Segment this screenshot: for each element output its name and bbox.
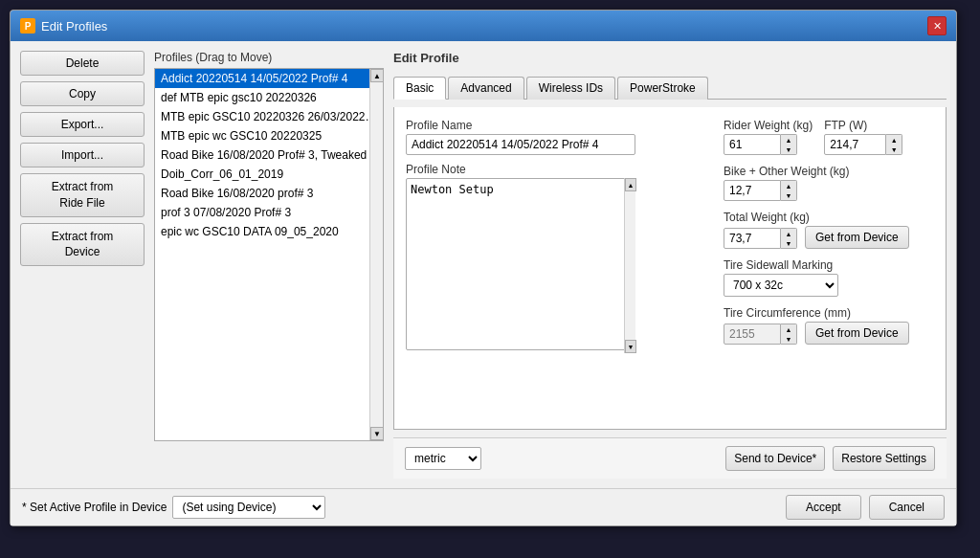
note-scroll-down[interactable]: ▼ [625, 340, 636, 353]
get-from-device-button-1[interactable]: Get from Device [805, 226, 909, 249]
accept-button[interactable]: Accept [786, 495, 861, 520]
profile-note-label: Profile Note [406, 163, 712, 176]
tab-basic-content: Profile Name Profile Note Newton Setup ▲ [393, 107, 947, 430]
profiles-list[interactable]: Addict 20220514 14/05/2022 Prof# 4 def M… [155, 69, 383, 440]
extract-device-button[interactable]: Extract from Device [20, 223, 145, 267]
list-item[interactable]: MTB epic wc GSC10 20220325 [155, 126, 383, 145]
rider-weight-down[interactable]: ▼ [781, 145, 796, 154]
dialog-title: Edit Profiles [41, 19, 107, 33]
list-item[interactable]: def MTB epic gsc10 20220326 [155, 88, 383, 107]
ftp-up[interactable]: ▲ [886, 135, 902, 145]
right-tab-column: Rider Weight (kg) ▲ ▼ [724, 119, 934, 361]
tabs-bar: Basic Advanced Wireless IDs PowerStroke [393, 77, 947, 100]
bottom-bar: metric imperial Send to Device* Restore … [393, 437, 947, 479]
list-scrollbar[interactable]: ▲ ▼ [369, 69, 383, 440]
active-profile-label: * Set Active Profile in Device [22, 501, 167, 514]
left-panel: Delete Copy Export... Import... Extract … [20, 51, 145, 479]
total-weight-group: Total Weight (kg) ▲ ▼ [724, 211, 934, 249]
tire-circumference-group: Tire Circumference (mm) ▲ ▼ [724, 306, 934, 345]
profile-name-input[interactable] [406, 134, 635, 155]
list-item[interactable]: Addict 20220514 14/05/2022 Prof# 4 [155, 69, 383, 88]
total-weight-input[interactable] [724, 228, 781, 249]
bike-weight-down[interactable]: ▼ [781, 190, 796, 200]
active-profile-row: * Set Active Profile in Device (Set usin… [22, 496, 325, 519]
profiles-container: Profiles (Drag to Move) Addict 20220514 … [154, 51, 384, 479]
tire-circumference-input-group: ▲ ▼ [724, 324, 797, 345]
get-from-device-button-2[interactable]: Get from Device [805, 322, 909, 345]
bike-weight-label: Bike + Other Weight (kg) [724, 165, 934, 178]
tire-sidewall-label: Tire Sidewall Marking [724, 258, 934, 272]
metric-container: metric imperial [405, 447, 481, 470]
tab-wireless-ids[interactable]: Wireless IDs [526, 77, 615, 100]
ftp-label: FTP (W) [824, 119, 902, 132]
list-item[interactable]: prof 3 07/08/2020 Prof# 3 [155, 203, 383, 222]
tire-circumference-up[interactable]: ▲ [781, 324, 796, 334]
footer-buttons: Accept Cancel [786, 495, 945, 520]
profiles-list-container: Addict 20220514 14/05/2022 Prof# 4 def M… [154, 68, 384, 441]
rider-weight-up[interactable]: ▲ [781, 135, 796, 145]
ftp-input-group: ▲ ▼ [824, 134, 902, 155]
bike-weight-group: Bike + Other Weight (kg) ▲ ▼ [724, 165, 934, 201]
bottom-right-buttons: Send to Device* Restore Settings [725, 446, 935, 471]
left-tab-column: Profile Name Profile Note Newton Setup ▲ [406, 119, 712, 361]
delete-button[interactable]: Delete [20, 51, 145, 76]
scroll-up-button[interactable]: ▲ [370, 69, 384, 82]
extract-ride-button[interactable]: Extract from Ride File [20, 173, 145, 217]
rider-ftp-row: Rider Weight (kg) ▲ ▼ [724, 119, 934, 155]
import-button[interactable]: Import... [20, 143, 145, 167]
note-scrollbar[interactable]: ▲ ▼ [624, 178, 635, 353]
dialog-body: Delete Copy Export... Import... Extract … [11, 41, 956, 488]
edit-profile-header: Edit Profile [393, 51, 947, 69]
export-button[interactable]: Export... [20, 112, 145, 137]
list-item[interactable]: Road Bike 16/08/2020 prof# 3 [155, 184, 383, 203]
list-item[interactable]: Road Bike 16/08/2020 Prof# 3, Tweaked 1 [155, 145, 383, 165]
tire-circumference-input[interactable] [724, 324, 781, 345]
total-weight-up[interactable]: ▲ [781, 229, 796, 238]
main-content: Profiles (Drag to Move) Addict 20220514 … [154, 51, 947, 479]
scroll-down-button[interactable]: ▼ [370, 427, 384, 440]
tire-circumference-label: Tire Circumference (mm) [724, 306, 934, 320]
profile-note-textarea[interactable]: Newton Setup [406, 178, 635, 350]
total-weight-row: ▲ ▼ Get from Device [724, 226, 934, 249]
tire-circumference-row: ▲ ▼ Get from Device [724, 322, 934, 345]
ftp-spinners: ▲ ▼ [886, 134, 902, 155]
bike-weight-input-group: ▲ ▼ [724, 180, 934, 201]
tire-circumference-down[interactable]: ▼ [781, 334, 796, 344]
close-button[interactable]: ✕ [927, 16, 947, 35]
rider-weight-input[interactable] [724, 134, 781, 155]
rider-weight-input-group: ▲ ▼ [724, 134, 813, 155]
edit-profiles-dialog: P Edit Profiles ✕ Delete Copy Export... … [10, 10, 957, 526]
profile-name-row: Profile Name [406, 119, 712, 155]
list-item[interactable]: epic wc GSC10 DATA 09_05_2020 [155, 222, 383, 241]
profile-name-label: Profile Name [406, 119, 712, 132]
active-profile-select[interactable]: (Set using Device) Addict 20220514 14/05… [172, 496, 325, 519]
list-item[interactable]: MTB epic GSC10 20220326 26/03/2022 Pr [155, 107, 383, 126]
bike-weight-input[interactable] [724, 180, 781, 201]
tab-advanced[interactable]: Advanced [448, 77, 523, 100]
footer-bar: * Set Active Profile in Device (Set usin… [11, 488, 956, 525]
ftp-group: FTP (W) ▲ ▼ [824, 119, 902, 155]
note-scroll-up[interactable]: ▲ [625, 178, 636, 191]
edit-profile-panel: Edit Profile Basic Advanced Wireless IDs… [393, 51, 947, 479]
total-weight-input-group: ▲ ▼ [724, 228, 797, 249]
dialog-icon: P [20, 18, 35, 33]
rider-weight-group: Rider Weight (kg) ▲ ▼ [724, 119, 813, 155]
total-weight-label: Total Weight (kg) [724, 211, 934, 224]
bike-weight-spinners: ▲ ▼ [781, 180, 797, 201]
tab-powerstroke[interactable]: PowerStroke [617, 77, 708, 100]
list-item[interactable]: Doib_Corr_06_01_2019 [155, 165, 383, 184]
copy-button[interactable]: Copy [20, 81, 145, 106]
cancel-button[interactable]: Cancel [869, 495, 945, 520]
total-weight-down[interactable]: ▼ [781, 238, 796, 248]
tire-sidewall-select[interactable]: 700 x 32c 700 x 25c 700 x 28c Custom [724, 274, 838, 297]
tire-sidewall-group: Tire Sidewall Marking 700 x 32c 700 x 25… [724, 258, 934, 297]
tab-basic[interactable]: Basic [393, 77, 446, 100]
profiles-label: Profiles (Drag to Move) [154, 51, 384, 64]
restore-settings-button[interactable]: Restore Settings [833, 446, 935, 471]
metric-select[interactable]: metric imperial [405, 447, 481, 470]
send-to-device-button[interactable]: Send to Device* [725, 446, 825, 471]
bike-weight-up[interactable]: ▲ [781, 181, 796, 190]
ftp-down[interactable]: ▼ [886, 145, 902, 154]
ftp-input[interactable] [824, 134, 886, 155]
tab-body: Profile Name Profile Note Newton Setup ▲ [406, 119, 934, 361]
